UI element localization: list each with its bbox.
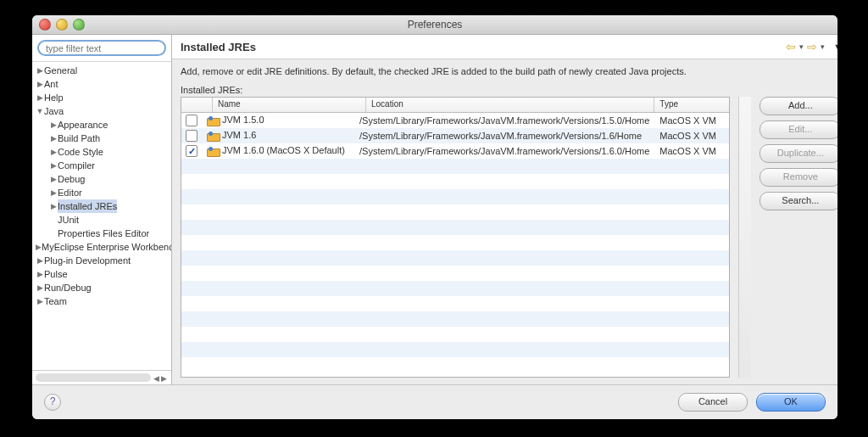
history-nav: ⇦▾ ⇨▾ ▼	[786, 40, 837, 53]
disclosure-open-icon[interactable]: ▼	[36, 104, 44, 118]
tree-item-label: Pulse	[44, 267, 68, 281]
col-checked[interactable]	[181, 98, 213, 112]
page-title: Installed JREs	[181, 41, 786, 53]
tree-item[interactable]: ▶Debug	[32, 172, 171, 186]
disclosure-closed-icon[interactable]: ▶	[36, 91, 44, 104]
tree-item-label: Plug-in Development	[44, 254, 131, 267]
table-area: Name Location Type JVM 1.5.0/System/Libr…	[181, 97, 837, 378]
tree-item[interactable]: Properties Files Editor	[32, 227, 171, 240]
view-menu-icon[interactable]: ▼	[833, 42, 837, 51]
tree-item[interactable]: ▶Pulse	[32, 267, 171, 281]
jre-location: /System/Library/Frameworks/JavaVM.framew…	[354, 131, 654, 141]
tree-item-label: Editor	[58, 186, 82, 199]
disclosure-closed-icon[interactable]: ▶	[49, 132, 58, 145]
preference-tree[interactable]: ▶General▶Ant▶Help▼Java▶Appearance▶Build …	[32, 62, 171, 370]
tree-item[interactable]: ▶Plug-in Development	[32, 254, 171, 267]
filter-input[interactable]	[37, 40, 166, 56]
table-row[interactable]: JVM 1.6.0 (MacOS X Default)/System/Libra…	[181, 143, 729, 159]
tree-item-label: General	[44, 64, 77, 77]
ok-button[interactable]: OK	[756, 393, 826, 412]
filter-wrap	[32, 35, 171, 62]
jre-name: JVM 1.6.0 (MacOS X Default)	[202, 145, 354, 156]
disclosure-closed-icon[interactable]: ▶	[49, 199, 58, 213]
jre-checkbox[interactable]	[186, 130, 198, 142]
tree-item[interactable]: ▶Compiler	[32, 159, 171, 172]
tree-item[interactable]: ▶Build Path	[32, 132, 171, 145]
table-header: Name Location Type	[181, 98, 729, 113]
tree-item[interactable]: ▶Code Style	[32, 145, 171, 159]
tree-item[interactable]: ▼Java	[32, 104, 171, 118]
disclosure-closed-icon[interactable]: ▶	[36, 294, 44, 308]
tree-item-label: Debug	[58, 172, 85, 186]
jre-table[interactable]: Name Location Type JVM 1.5.0/System/Libr…	[181, 97, 730, 378]
col-name[interactable]: Name	[213, 98, 366, 112]
add-button[interactable]: Add...	[760, 97, 837, 115]
disclosure-closed-icon[interactable]: ▶	[36, 240, 42, 254]
edit-button[interactable]: Edit...	[760, 120, 837, 139]
disclosure-closed-icon[interactable]: ▶	[49, 145, 58, 159]
table-row[interactable]: JVM 1.6/System/Library/Frameworks/JavaVM…	[181, 128, 729, 143]
jre-type: MacOS X VM	[654, 115, 729, 126]
disclosure-closed-icon[interactable]: ▶	[36, 254, 44, 267]
disclosure-closed-icon[interactable]: ▶	[36, 267, 44, 281]
tree-item[interactable]: ▶Ant	[32, 77, 171, 91]
help-icon[interactable]: ?	[44, 394, 61, 411]
page-description: Add, remove or edit JRE definitions. By …	[181, 66, 837, 76]
col-type[interactable]: Type	[654, 98, 729, 112]
table-label: Installed JREs:	[181, 85, 837, 95]
disclosure-closed-icon[interactable]: ▶	[49, 172, 58, 186]
col-location[interactable]: Location	[366, 98, 654, 112]
jre-icon	[207, 147, 219, 157]
tree-item-label: Installed JREs	[58, 199, 117, 213]
tree-item[interactable]: ▶MyEclipse Enterprise Workbench	[32, 240, 171, 254]
jre-name: JVM 1.6	[202, 130, 354, 141]
body: ▶General▶Ant▶Help▼Java▶Appearance▶Build …	[32, 35, 837, 384]
tree-item-label: Java	[44, 104, 64, 118]
tree-item[interactable]: ▶Run/Debug	[32, 281, 171, 294]
cancel-button[interactable]: Cancel	[678, 393, 748, 412]
jre-checkbox[interactable]	[186, 115, 198, 126]
jre-type: MacOS X VM	[654, 131, 729, 141]
jre-icon	[207, 116, 219, 126]
preferences-window: Preferences ▶General▶Ant▶Help▼Java▶Appea…	[32, 15, 837, 419]
tree-item[interactable]: JUnit	[32, 213, 171, 227]
tree-item[interactable]: ▶Team	[32, 294, 171, 308]
jre-location: /System/Library/Frameworks/JavaVM.framew…	[354, 115, 654, 126]
forward-icon[interactable]: ⇨	[807, 40, 817, 53]
tree-item-label: Run/Debug	[44, 281, 92, 294]
tree-item[interactable]: ▶Editor	[32, 186, 171, 199]
remove-button[interactable]: Remove	[760, 168, 837, 187]
disclosure-closed-icon[interactable]: ▶	[36, 64, 44, 77]
tree-item[interactable]: ▶Help	[32, 91, 171, 104]
sidebar-hscroll[interactable]: ◀▶	[32, 370, 171, 384]
tree-item[interactable]: ▶Appearance	[32, 118, 171, 132]
jre-location: /System/Library/Frameworks/JavaVM.framew…	[354, 146, 654, 156]
search-button[interactable]: Search...	[760, 192, 837, 210]
table-body: JVM 1.5.0/System/Library/Frameworks/Java…	[181, 113, 729, 377]
jre-icon	[207, 132, 219, 142]
content: Installed JREs ⇦▾ ⇨▾ ▼ Add, remove or ed…	[172, 35, 837, 384]
disclosure-closed-icon[interactable]: ▶	[36, 77, 44, 91]
tree-item-label: Help	[44, 91, 64, 104]
tree-item-label: Build Path	[58, 132, 100, 145]
table-row[interactable]: JVM 1.5.0/System/Library/Frameworks/Java…	[181, 113, 729, 128]
disclosure-closed-icon[interactable]: ▶	[49, 118, 58, 132]
tree-item-label: MyEclipse Enterprise Workbench	[42, 240, 171, 254]
disclosure-closed-icon[interactable]: ▶	[49, 159, 58, 172]
window-title: Preferences	[32, 19, 837, 31]
footer: ? Cancel OK	[32, 384, 837, 419]
jre-type: MacOS X VM	[654, 146, 729, 156]
jre-checkbox[interactable]	[186, 145, 198, 157]
back-icon[interactable]: ⇦	[786, 40, 796, 53]
tree-item[interactable]: ▶Installed JREs	[32, 199, 171, 213]
disclosure-closed-icon[interactable]: ▶	[49, 186, 58, 199]
duplicate-button[interactable]: Duplicate...	[760, 144, 837, 163]
tree-item[interactable]: ▶General	[32, 64, 171, 77]
tree-item-label: Compiler	[58, 159, 95, 172]
disclosure-closed-icon[interactable]: ▶	[36, 281, 44, 294]
forward-menu-icon[interactable]: ▾	[821, 42, 825, 51]
back-menu-icon[interactable]: ▾	[799, 42, 804, 51]
side-buttons: Add... Edit... Duplicate... Remove Searc…	[760, 97, 837, 378]
tree-item-label: Team	[44, 294, 67, 308]
table-vscroll[interactable]	[738, 97, 751, 378]
